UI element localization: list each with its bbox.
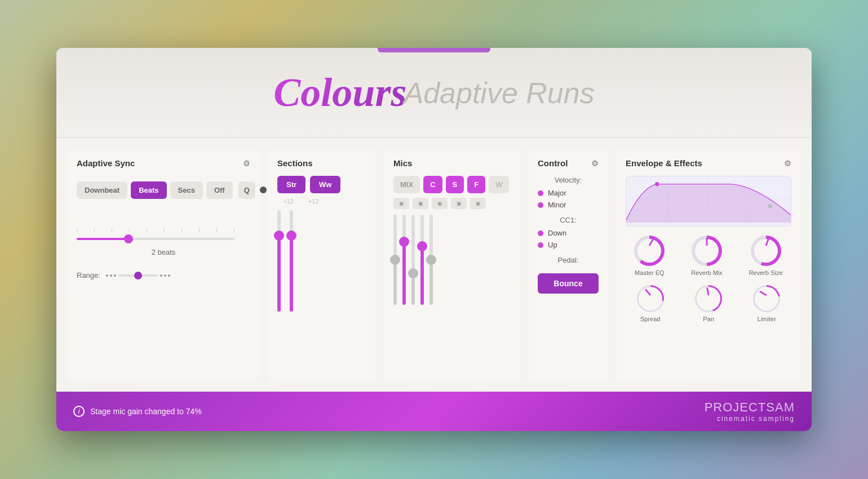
envelope-display[interactable] xyxy=(626,176,791,227)
projectsam-logo: PROJECTSAM cinematic sampling xyxy=(705,400,795,423)
sync-buttons-row: Downbeat Beats Secs Off Q xyxy=(77,176,250,204)
range-mini-slider[interactable] xyxy=(118,274,158,277)
pan-knob[interactable] xyxy=(695,285,722,312)
envelope-gear-icon[interactable]: ⚙ xyxy=(784,159,791,168)
mix-fader-thumb[interactable] xyxy=(390,255,400,265)
mic-icon-2[interactable]: ▣ xyxy=(413,198,428,209)
knobs-row-1: Master EQ Reverb Mix Reverb Size xyxy=(626,236,791,276)
sections-title: Sections xyxy=(277,158,366,168)
w-button[interactable]: W xyxy=(489,176,509,193)
velocity-section: Velocity: Major Minor xyxy=(538,176,599,209)
ww-fader-track[interactable] xyxy=(290,210,293,312)
adaptive-sync-title: Adaptive Sync ⚙ xyxy=(77,158,250,168)
mix-fader-track[interactable] xyxy=(393,215,397,305)
adaptive-sync-gear-icon[interactable]: ⚙ xyxy=(243,159,250,168)
reverb-size-col: Reverb Size xyxy=(749,236,783,276)
mics-panel: Mics MIX C S F W ▣ ▣ ▣ ▣ ▣ xyxy=(384,149,520,380)
f-fader-track[interactable] xyxy=(420,215,424,305)
down-radio-row[interactable]: Down xyxy=(538,229,599,237)
reverb-size-knob[interactable] xyxy=(751,236,781,266)
mix-fader-col xyxy=(393,215,397,305)
str-level-label: +12 xyxy=(283,198,294,205)
envelope-panel: Envelope & Effects ⚙ xyxy=(617,149,800,380)
header: Colours Adaptive Runs xyxy=(56,48,812,138)
f-fader-thumb[interactable] xyxy=(417,241,427,251)
sections-faders xyxy=(277,210,366,334)
mic-icons-row: ▣ ▣ ▣ ▣ ▣ xyxy=(393,198,511,209)
minor-radio-row[interactable]: Minor xyxy=(538,201,599,209)
ww-button[interactable]: Ww xyxy=(310,176,340,193)
envelope-grid-svg xyxy=(626,176,791,223)
beat-slider[interactable] xyxy=(77,238,234,240)
pedal-label: Pedal: xyxy=(538,256,599,264)
beats-button[interactable]: Beats xyxy=(131,181,166,199)
down-radio-label: Down xyxy=(548,229,566,237)
master-eq-knob[interactable] xyxy=(634,236,665,266)
spread-knob[interactable] xyxy=(637,285,664,312)
f-button[interactable]: F xyxy=(467,176,485,193)
limiter-knob[interactable] xyxy=(753,285,780,312)
str-fader-fill xyxy=(277,236,281,312)
velocity-label: Velocity: xyxy=(538,176,599,184)
beat-slider-thumb[interactable] xyxy=(124,234,133,243)
w-fader-fill xyxy=(429,260,433,305)
spread-indicator xyxy=(645,289,651,296)
f-fader-fill xyxy=(420,246,424,305)
w-fader-track[interactable] xyxy=(429,215,433,305)
str-fader-col xyxy=(277,210,281,312)
mic-icon-3[interactable]: ▣ xyxy=(432,198,448,209)
down-radio-dot[interactable] xyxy=(538,230,543,236)
reverb-mix-knob[interactable] xyxy=(692,236,722,266)
adaptive-sync-panel: Adaptive Sync ⚙ Downbeat Beats Secs Off … xyxy=(68,149,259,380)
range-mini-thumb[interactable] xyxy=(134,272,142,280)
c-fader-track[interactable] xyxy=(402,215,406,305)
control-panel: Control ⚙ Velocity: Major Minor CC1: D xyxy=(529,149,608,380)
ww-fader-fill xyxy=(290,236,293,312)
control-gear-icon[interactable]: ⚙ xyxy=(591,159,599,168)
spread-col: Spread xyxy=(637,285,664,322)
mix-button[interactable]: MIX xyxy=(393,176,420,193)
info-icon: i xyxy=(73,406,85,417)
minor-radio-dot[interactable] xyxy=(538,202,543,208)
ww-level-label: +12 xyxy=(308,198,319,205)
ww-fader-thumb[interactable] xyxy=(286,230,296,241)
s-button[interactable]: S xyxy=(446,176,464,193)
mix-fader-fill xyxy=(393,260,397,305)
c-button[interactable]: C xyxy=(423,176,442,193)
minor-radio-label: Minor xyxy=(548,201,566,209)
str-fader-track[interactable] xyxy=(277,210,281,312)
mics-title: Mics xyxy=(393,158,511,168)
mic-icon-5[interactable]: ▣ xyxy=(470,198,486,209)
str-button[interactable]: Str xyxy=(277,176,305,193)
master-eq-indicator xyxy=(649,238,654,246)
downbeat-button[interactable]: Downbeat xyxy=(77,181,127,199)
major-radio-row[interactable]: Major xyxy=(538,189,599,197)
control-title: Control ⚙ xyxy=(538,158,599,168)
sections-panel: Sections Str Ww +12 +12 xyxy=(268,149,375,380)
up-radio-dot[interactable] xyxy=(538,242,543,248)
knobs-row-2: Spread Pan Limiter xyxy=(626,285,791,322)
svg-point-6 xyxy=(655,182,659,186)
c-fader-thumb[interactable] xyxy=(399,237,409,247)
bounce-button[interactable]: Bounce xyxy=(538,273,599,294)
projectsam-name: PROJECTSAM xyxy=(705,400,795,415)
s-fader-thumb[interactable] xyxy=(408,268,418,278)
q-button[interactable]: Q xyxy=(238,181,255,199)
reverb-size-label: Reverb Size xyxy=(749,269,783,276)
limiter-indicator xyxy=(759,291,767,296)
cc1-label: CC1: xyxy=(538,216,599,224)
mic-icon-4[interactable]: ▣ xyxy=(451,198,467,209)
s-fader-track[interactable] xyxy=(411,215,415,305)
w-fader-thumb[interactable] xyxy=(426,255,436,265)
secs-button[interactable]: Secs xyxy=(170,181,203,199)
mic-icon-1[interactable]: ▣ xyxy=(393,198,409,209)
up-radio-row[interactable]: Up xyxy=(538,241,599,249)
w-fader-col xyxy=(429,215,433,305)
horizontal-slider-container xyxy=(77,229,234,240)
major-radio-dot[interactable] xyxy=(538,190,543,196)
reverb-mix-label: Reverb Mix xyxy=(691,269,723,276)
c-fader-fill xyxy=(402,242,406,305)
logo-colours: Colours xyxy=(273,69,406,116)
str-fader-thumb[interactable] xyxy=(274,230,284,241)
off-button[interactable]: Off xyxy=(206,181,233,199)
